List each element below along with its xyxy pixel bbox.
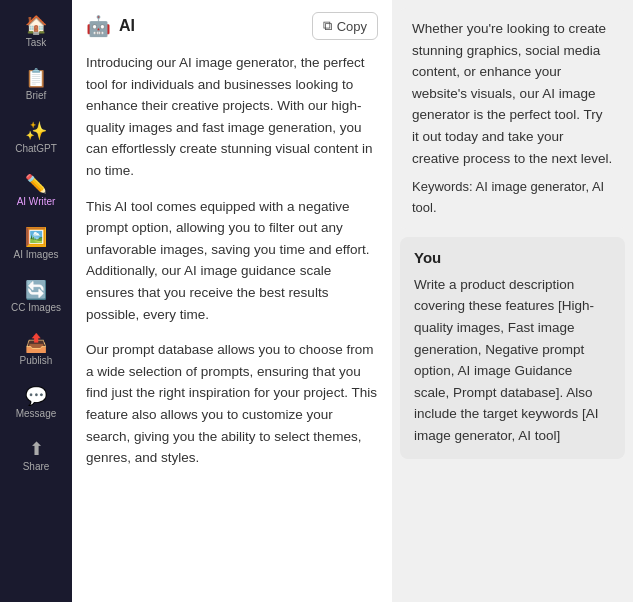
ai-header-left: 🤖 AI <box>86 14 135 38</box>
sidebar-item-brief[interactable]: 📋 Brief <box>6 61 66 110</box>
ai-paragraph-1: Introducing our AI image generator, the … <box>86 52 378 182</box>
right-panel: Whether you're looking to create stunnin… <box>392 0 633 602</box>
left-panel: 🤖 AI ⧉ Copy Introducing our AI image gen… <box>72 0 392 602</box>
sidebar-item-publish-label: Publish <box>20 355 53 367</box>
you-label: You <box>414 249 611 266</box>
sidebar-item-share[interactable]: ⬆ Share <box>6 432 66 481</box>
sidebar-item-publish[interactable]: 📤 Publish <box>6 326 66 375</box>
cc-images-icon: 🔄 <box>25 281 47 299</box>
copy-label: Copy <box>337 19 367 34</box>
publish-icon: 📤 <box>25 334 47 352</box>
ai-section-title: AI <box>119 17 135 35</box>
message-icon: 💬 <box>25 387 47 405</box>
copy-icon: ⧉ <box>323 18 332 34</box>
sidebar: 🏠 Task 📋 Brief ✨ ChatGPT ✏️ AI Writer 🖼️… <box>0 0 72 602</box>
sidebar-item-chatgpt[interactable]: ✨ ChatGPT <box>6 114 66 163</box>
ai-paragraph-2: This AI tool comes equipped with a negat… <box>86 196 378 326</box>
you-text: Write a product description covering the… <box>414 274 611 447</box>
sidebar-item-ai-images-label: AI Images <box>13 249 58 261</box>
chatgpt-icon: ✨ <box>25 122 47 140</box>
main-content: 🤖 AI ⧉ Copy Introducing our AI image gen… <box>72 0 633 602</box>
sidebar-item-message-label: Message <box>16 408 57 420</box>
ai-paragraph-3: Our prompt database allows you to choose… <box>86 339 378 469</box>
sidebar-item-ai-writer[interactable]: ✏️ AI Writer <box>6 167 66 216</box>
ai-content: Introducing our AI image generator, the … <box>72 48 392 485</box>
brief-icon: 📋 <box>25 69 47 87</box>
robot-icon: 🤖 <box>86 14 111 38</box>
ai-response-text: Whether you're looking to create stunnin… <box>412 21 612 166</box>
sidebar-item-task[interactable]: 🏠 Task <box>6 8 66 57</box>
share-icon: ⬆ <box>29 440 44 458</box>
keywords-text: Keywords: AI image generator, AI tool. <box>412 177 613 219</box>
ai-header: 🤖 AI ⧉ Copy <box>72 0 392 48</box>
sidebar-item-brief-label: Brief <box>26 90 47 102</box>
sidebar-item-share-label: Share <box>23 461 50 473</box>
ai-images-icon: 🖼️ <box>25 228 47 246</box>
sidebar-item-cc-images[interactable]: 🔄 CC Images <box>6 273 66 322</box>
sidebar-item-chatgpt-label: ChatGPT <box>15 143 57 155</box>
copy-button[interactable]: ⧉ Copy <box>312 12 378 40</box>
sidebar-item-ai-images[interactable]: 🖼️ AI Images <box>6 220 66 269</box>
you-box: You Write a product description covering… <box>400 237 625 459</box>
ai-writer-icon: ✏️ <box>25 175 47 193</box>
sidebar-item-ai-writer-label: AI Writer <box>17 196 56 208</box>
sidebar-item-cc-images-label: CC Images <box>11 302 61 314</box>
ai-response-box: Whether you're looking to create stunnin… <box>400 8 625 229</box>
sidebar-item-task-label: Task <box>26 37 47 49</box>
sidebar-item-message[interactable]: 💬 Message <box>6 379 66 428</box>
task-icon: 🏠 <box>25 16 47 34</box>
